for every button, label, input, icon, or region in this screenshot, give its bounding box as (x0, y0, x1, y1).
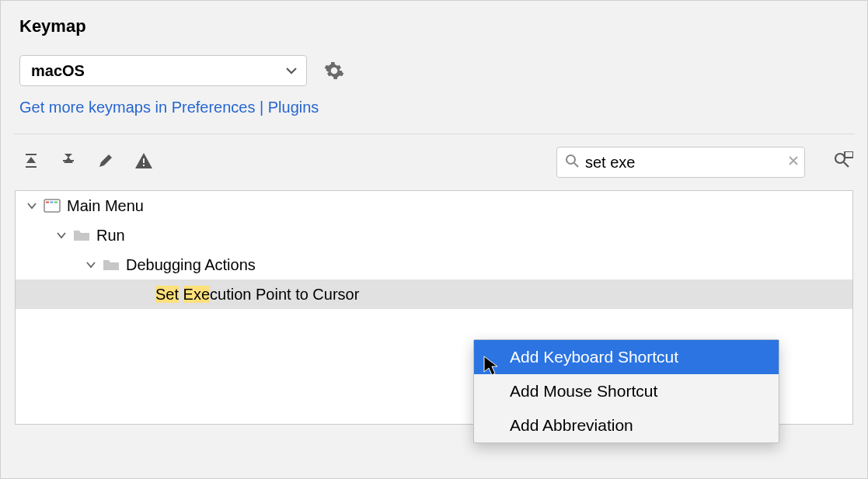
toolbar-left (23, 152, 153, 172)
search-icon (565, 154, 579, 171)
tree-leaf-set-execution-point[interactable]: Set Execution Point to Cursor (16, 279, 852, 309)
tree-node-label: Debugging Actions (126, 256, 256, 274)
collapse-all-icon[interactable] (60, 152, 77, 172)
folder-icon (103, 258, 120, 272)
menu-add-abbreviation[interactable]: Add Abbreviation (474, 408, 779, 443)
tree-node-debugging-actions[interactable]: Debugging Actions (16, 250, 852, 279)
svg-rect-6 (46, 202, 49, 203)
tree-node-main-menu[interactable]: Main Menu (16, 191, 852, 220)
page-title: Keymap (1, 1, 867, 36)
tree-node-label: Main Menu (67, 197, 144, 215)
clear-search-icon[interactable] (788, 155, 799, 169)
chevron-down-icon (56, 231, 67, 239)
folder-icon (73, 228, 90, 242)
search-highlight: Set (155, 286, 179, 303)
menu-add-mouse-shortcut[interactable]: Add Mouse Shortcut (474, 374, 779, 408)
chevron-down-icon (85, 261, 96, 269)
svg-rect-5 (44, 200, 60, 212)
svg-point-2 (566, 155, 575, 164)
search-input[interactable] (585, 154, 782, 172)
tree-leaf-label: Set Execution Point to Cursor (155, 286, 359, 304)
gear-icon[interactable] (324, 61, 344, 81)
menu-add-keyboard-shortcut[interactable]: Add Keyboard Shortcut (474, 340, 779, 374)
keymap-dropdown[interactable]: macOS (19, 55, 307, 86)
chevron-down-icon (26, 202, 37, 210)
find-by-shortcut-icon[interactable] (833, 151, 853, 173)
svg-rect-4 (845, 151, 853, 158)
keymap-dropdown-value: macOS (31, 62, 85, 80)
chevron-down-icon (286, 67, 297, 75)
more-keymaps-link[interactable]: Get more keymaps in Preferences | Plugin… (19, 99, 319, 116)
svg-point-3 (835, 154, 845, 163)
context-menu: Add Keyboard Shortcut Add Mouse Shortcut… (473, 339, 779, 443)
menu-icon (44, 199, 61, 213)
keymap-settings-panel: Keymap macOS Get more keymaps in Prefere… (0, 0, 868, 479)
svg-rect-1 (143, 165, 145, 166)
more-keymaps-link-row: Get more keymaps in Preferences | Plugin… (1, 86, 867, 116)
keymap-select-row: macOS (1, 36, 867, 86)
search-highlight: Exe (183, 286, 210, 303)
tree-node-run[interactable]: Run (16, 220, 852, 250)
edit-icon[interactable] (97, 152, 114, 172)
search-field[interactable] (556, 147, 805, 178)
svg-rect-0 (143, 158, 145, 163)
expand-all-icon[interactable] (23, 152, 40, 172)
warning-icon[interactable] (134, 152, 153, 172)
tree-node-label: Run (96, 227, 125, 245)
keymap-toolbar (1, 134, 867, 186)
svg-rect-8 (54, 202, 58, 203)
svg-rect-7 (51, 202, 54, 203)
